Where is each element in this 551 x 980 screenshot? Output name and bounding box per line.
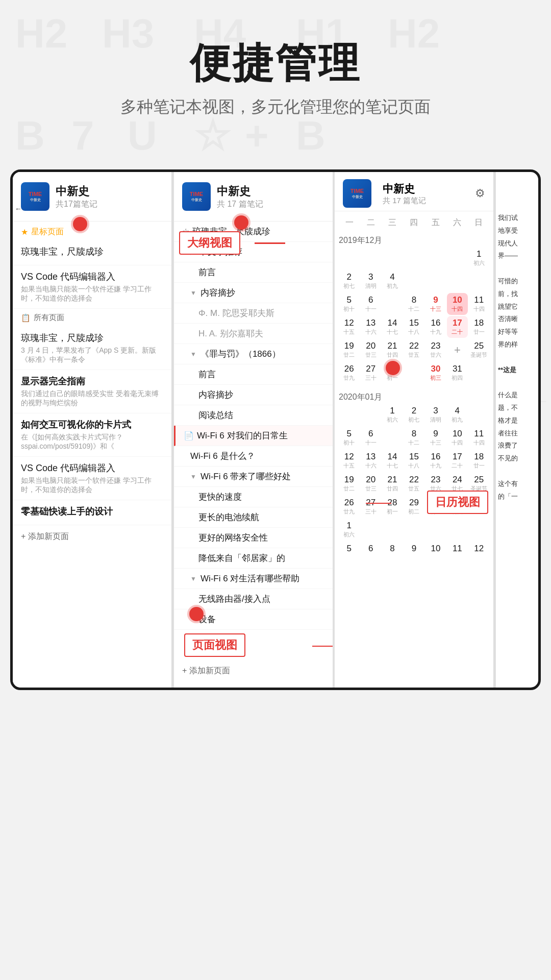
cal-day-9-today[interactable]: 9 十三 bbox=[425, 293, 446, 315]
cal-jan-6[interactable]: 6 十一 bbox=[360, 427, 381, 449]
cal-jan-20[interactable]: 20 廿三 bbox=[360, 473, 381, 495]
cal-day-1[interactable]: 1 初六 bbox=[469, 247, 489, 269]
list-item-5[interactable]: 如何交互可视化你的卡片式 在《[如何高效实践卡片式写作？ sspai.com/p… bbox=[13, 413, 171, 457]
outline-item-13[interactable]: ▼ Wi-Fi 6 带来了哪些好处 bbox=[174, 467, 333, 487]
cal-x-9[interactable]: 9 bbox=[404, 542, 424, 556]
cal-day[interactable] bbox=[469, 270, 489, 292]
outline-item-6[interactable]: H. A. 别尔嘉耶夫 bbox=[174, 324, 333, 344]
cal-x-5[interactable]: 5 bbox=[339, 542, 359, 556]
cal-day-4[interactable]: 4 初九 bbox=[382, 270, 403, 292]
cal-jan-17[interactable]: 17 二十 bbox=[447, 450, 467, 472]
cal-day[interactable] bbox=[447, 519, 467, 541]
list-item-3[interactable]: 琼瑰非宝，尺牍成珍 3 月 4 日，苹果发布了《App S 更新。新版《标准》中… bbox=[13, 327, 171, 370]
cal-jan-27[interactable]: 27 三十 bbox=[360, 496, 381, 518]
cal-jan-1[interactable]: 1 初六 bbox=[382, 404, 403, 426]
cal-day-22[interactable]: 22 廿五 bbox=[404, 339, 424, 361]
cal-jan-4[interactable]: 4 初九 bbox=[447, 404, 467, 426]
cal-jan-13[interactable]: 13 十六 bbox=[360, 450, 381, 472]
outline-item-16[interactable]: 更好的网络安全性 bbox=[174, 528, 333, 548]
cal-x-6[interactable]: 6 bbox=[360, 542, 381, 556]
cal-day[interactable] bbox=[404, 519, 424, 541]
cal-day-2[interactable]: 2 初七 bbox=[339, 270, 359, 292]
cal-day-21[interactable]: 21 廿四 bbox=[382, 339, 403, 361]
cal-day-3[interactable]: 3 清明 bbox=[360, 270, 381, 292]
outline-item-15[interactable]: 更长的电池续航 bbox=[174, 507, 333, 528]
outline-item-12[interactable]: Wi-Fi 6 是什么？ bbox=[174, 446, 333, 467]
cal-day[interactable] bbox=[425, 247, 446, 269]
add-page-btn-1[interactable]: + 添加新页面 bbox=[13, 525, 171, 548]
cal-day[interactable] bbox=[382, 519, 403, 541]
outline-item-19[interactable]: 无线路由器/接入点 bbox=[174, 589, 333, 609]
cal-day[interactable] bbox=[404, 362, 424, 384]
outline-item-3[interactable]: 前言 bbox=[174, 262, 333, 283]
outline-item-11[interactable]: 📄 Wi-Fi 6 对我们的日常生 bbox=[174, 426, 333, 446]
outline-item-4[interactable]: ▼ 内容摘抄 bbox=[174, 283, 333, 303]
cal-jan-9[interactable]: 9 十三 bbox=[425, 427, 446, 449]
cal-jan-28[interactable]: 28 初一 bbox=[382, 496, 403, 518]
cal-day[interactable] bbox=[469, 404, 489, 426]
add-page-btn-2[interactable]: + 添加新页面 bbox=[174, 659, 333, 682]
cal-jan-26[interactable]: 26 廿九 bbox=[339, 496, 359, 518]
outline-item-18[interactable]: ▼ Wi-Fi 6 对生活有哪些帮助 bbox=[174, 569, 333, 589]
list-item-4[interactable]: 显示器完全指南 我们通过自己的眼睛感受实世 受着毫无束缚的视野与绚烂缤纷 bbox=[13, 370, 171, 413]
cal-day-11[interactable]: 11 十四 bbox=[469, 293, 489, 315]
cal-day-30[interactable]: 30 初三 bbox=[425, 362, 446, 384]
cal-jan-19[interactable]: 19 廿二 bbox=[339, 473, 359, 495]
cal-day-5[interactable]: 5 初十 bbox=[339, 293, 359, 315]
cal-jan-8[interactable]: 8 十二 bbox=[404, 427, 424, 449]
cal-day[interactable] bbox=[469, 362, 489, 384]
cal-jan-12[interactable]: 12 十五 bbox=[339, 450, 359, 472]
cal-day-13[interactable]: 13 十六 bbox=[360, 316, 381, 338]
cal-day-31[interactable]: 31 初四 bbox=[447, 362, 467, 384]
cal-day-23[interactable]: 23 廿六 bbox=[425, 339, 446, 361]
cal-day-8[interactable]: 8 十二 bbox=[404, 293, 424, 315]
cal-day[interactable] bbox=[425, 519, 446, 541]
list-item-2[interactable]: VS Code 代码编辑器入 如果当电脑只能装一个软件还嫌 学习工作时，不知道你… bbox=[13, 265, 171, 309]
cal-day-17-highlight[interactable]: 17 二十 bbox=[447, 316, 467, 338]
cal-day-18[interactable]: 18 廿一 bbox=[469, 316, 489, 338]
list-item-1[interactable]: 琼瑰非宝，尺牍成珍 bbox=[13, 240, 171, 265]
cal-day[interactable] bbox=[425, 270, 446, 292]
cal-day[interactable] bbox=[382, 293, 403, 315]
cal-jan-feb1[interactable]: 1 初六 bbox=[339, 519, 359, 541]
cal-day-15[interactable]: 15 十八 bbox=[404, 316, 424, 338]
list-item-6[interactable]: VS Code 代码编辑器入 如果当电脑只能装一个软件还嫌 学习工作时，不知道你… bbox=[13, 457, 171, 500]
outline-item-5[interactable]: Φ. M. 陀思妥耶夫斯 bbox=[174, 303, 333, 324]
cal-jan-16[interactable]: 16 十九 bbox=[425, 450, 446, 472]
cal-jan-2[interactable]: 2 初七 bbox=[404, 404, 424, 426]
cal-jan-11[interactable]: 11 十四 bbox=[469, 427, 489, 449]
cal-jan-5[interactable]: 5 初十 bbox=[339, 427, 359, 449]
cal-jan-14[interactable]: 14 十七 bbox=[382, 450, 403, 472]
cal-day-19[interactable]: 19 廿二 bbox=[339, 339, 359, 361]
list-item-7[interactable]: 零基础快读上手的设计 bbox=[13, 500, 171, 525]
cal-day-12[interactable]: 12 十五 bbox=[339, 316, 359, 338]
outline-item-8[interactable]: 前言 bbox=[174, 364, 333, 385]
outline-item-10[interactable]: 阅读总结 bbox=[174, 405, 333, 426]
outline-item-17[interactable]: 降低来自「邻居家」的 bbox=[174, 548, 333, 569]
outline-item-9[interactable]: 内容摘抄 bbox=[174, 385, 333, 405]
cal-day[interactable] bbox=[469, 519, 489, 541]
cal-x-10[interactable]: 10 bbox=[425, 542, 446, 556]
outline-item-7[interactable]: ▼ 《罪与罚》（1866） bbox=[174, 344, 333, 364]
cal-jan-21[interactable]: 21 廿四 bbox=[382, 473, 403, 495]
cal-x-11[interactable]: 11 bbox=[447, 542, 467, 556]
cal-day-27[interactable]: 27 三十 bbox=[360, 362, 381, 384]
cal-day-25[interactable]: 25 圣诞节 bbox=[469, 339, 489, 361]
cal-day-6[interactable]: 6 十一 bbox=[360, 293, 381, 315]
cal-day[interactable] bbox=[360, 519, 381, 541]
cal-jan-18[interactable]: 18 廿一 bbox=[469, 450, 489, 472]
cal-day-26[interactable]: 26 廿九 bbox=[339, 362, 359, 384]
cal-x-12[interactable]: 12 bbox=[469, 542, 489, 556]
cal-day[interactable] bbox=[360, 247, 381, 269]
cal-add-cell[interactable]: + bbox=[447, 339, 467, 361]
outline-item-14[interactable]: 更快的速度 bbox=[174, 487, 333, 507]
cal-jan-15[interactable]: 15 十八 bbox=[404, 450, 424, 472]
cal-day-16[interactable]: 16 十九 bbox=[425, 316, 446, 338]
cal-day-20[interactable]: 20 廿三 bbox=[360, 339, 381, 361]
cal-day[interactable] bbox=[382, 427, 403, 449]
cal-day[interactable] bbox=[339, 404, 359, 426]
cal-day[interactable] bbox=[339, 247, 359, 269]
cal-day[interactable] bbox=[447, 270, 467, 292]
cal-jan-10[interactable]: 10 十四 bbox=[447, 427, 467, 449]
cal-jan-29[interactable]: 29 初二 bbox=[404, 496, 424, 518]
